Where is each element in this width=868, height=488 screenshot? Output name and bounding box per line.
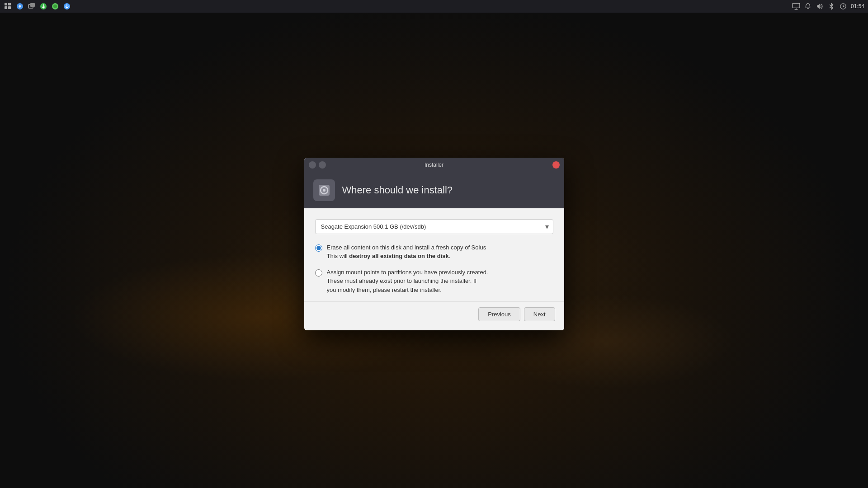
maximize-button[interactable] — [319, 161, 326, 169]
disk-selector[interactable]: Seagate Expansion 500.1 GB (/dev/sdb) ▾ — [315, 219, 553, 234]
erase-option-text: Erase all content on this disk and insta… — [327, 244, 486, 251]
monitor-icon[interactable] — [792, 2, 800, 10]
erase-radio[interactable] — [315, 244, 322, 252]
green-icon[interactable] — [51, 2, 60, 11]
download1-icon[interactable] — [39, 2, 48, 11]
installer-window: Installer Where should we install? Seaga… — [304, 158, 564, 331]
installer-header-icon — [313, 179, 335, 201]
erase-option-subtext: This will destroy all existing data on t… — [327, 253, 451, 259]
manual-radio[interactable] — [315, 269, 322, 277]
svg-rect-0 — [5, 3, 7, 5]
manual-option-text: Assign mount points to partitions you ha… — [327, 269, 488, 293]
apps-grid-icon[interactable] — [4, 2, 13, 11]
disk-dropdown[interactable]: Seagate Expansion 500.1 GB (/dev/sdb) — [315, 219, 553, 234]
taskbar-right: 01:54 — [792, 2, 864, 10]
svg-rect-1 — [8, 3, 11, 5]
title-bar: Installer — [304, 158, 564, 172]
install-options-list: Erase all content on this disk and insta… — [315, 243, 553, 295]
window-header: Where should we install? — [304, 172, 564, 208]
download2-icon[interactable] — [62, 2, 71, 11]
window-overlay: Installer Where should we install? Seaga… — [0, 0, 868, 488]
window-title: Installer — [425, 162, 443, 168]
svg-point-15 — [323, 189, 326, 192]
solus-icon[interactable] — [15, 2, 24, 11]
taskbar: 01:54 — [0, 0, 868, 13]
svg-rect-3 — [8, 6, 11, 9]
next-button[interactable]: Next — [524, 307, 555, 321]
svg-point-9 — [53, 5, 57, 8]
previous-button[interactable]: Previous — [478, 307, 520, 321]
clock-icon[interactable] — [839, 2, 847, 10]
page-title: Where should we install? — [342, 184, 453, 196]
manual-option-label[interactable]: Assign mount points to partitions you ha… — [327, 268, 488, 295]
erase-option-label[interactable]: Erase all content on this disk and insta… — [327, 243, 486, 261]
window-controls — [309, 161, 326, 169]
bluetooth-icon[interactable] — [827, 2, 835, 10]
svg-rect-2 — [5, 6, 7, 9]
volume-icon[interactable] — [816, 2, 824, 10]
back-icon[interactable] — [27, 2, 36, 11]
erase-option: Erase all content on this disk and insta… — [315, 243, 553, 261]
notifications-icon[interactable] — [804, 2, 812, 10]
window-footer: Previous Next — [304, 301, 564, 330]
svg-rect-11 — [793, 3, 800, 8]
manual-option: Assign mount points to partitions you ha… — [315, 268, 553, 295]
taskbar-left — [4, 2, 71, 11]
close-button[interactable] — [552, 161, 560, 169]
minimize-button[interactable] — [309, 161, 316, 169]
svg-rect-6 — [30, 3, 35, 7]
taskbar-time: 01:54 — [851, 3, 864, 9]
window-content: Seagate Expansion 500.1 GB (/dev/sdb) ▾ … — [304, 208, 564, 302]
